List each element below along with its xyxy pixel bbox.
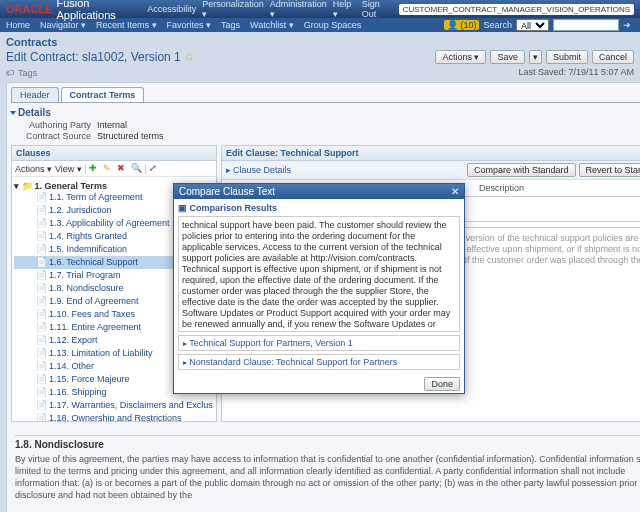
search-input[interactable] [553,19,619,31]
description-label: Description [464,183,524,193]
close-icon[interactable]: ✕ [451,186,459,197]
zoom-icon[interactable]: 🔍 [131,163,142,174]
revert-standard-button[interactable]: Revert to Standard [579,163,640,177]
top-links: Accessibility Personalization ▾ Administ… [147,0,634,19]
tab-contract-terms[interactable]: Contract Terms [61,87,145,102]
comparison-results-label: Comparison Results [190,203,278,213]
search-label: Search [483,20,512,30]
actions-menu[interactable]: Actions ▾ [435,50,486,64]
link-personalization[interactable]: Personalization ▾ [202,0,264,19]
chevron-down-icon[interactable] [10,111,16,115]
nav-groups[interactable]: Group Spaces [304,20,362,30]
main-panel: Header Contract Terms Details Authoring … [6,82,640,512]
done-button[interactable]: Done [424,377,460,391]
nav-favorites[interactable]: Favorites ▾ [167,20,212,30]
tree-node[interactable]: 📄1.17. Warranties, Disclaimers and Exclu… [14,399,214,412]
dialog-title: Compare Clause Text [179,186,275,197]
link-administration[interactable]: Administration ▾ [270,0,327,19]
expand-version1[interactable]: Technical Support for Partners, Version … [178,335,460,351]
brand-fusion: Fusion Applications [56,0,147,21]
delete-icon[interactable]: ✖ [117,163,128,174]
cancel-button[interactable]: Cancel [592,50,634,64]
clause-details-label: Clause Details [233,165,291,175]
link-signout[interactable]: Sign Out [362,0,393,19]
favorite-star-icon[interactable]: ☆ [184,50,195,64]
link-accessibility[interactable]: Accessibility [147,4,196,14]
clauses-view-menu[interactable]: View ▾ [55,164,82,174]
save-split-button[interactable]: ▾ [529,50,542,64]
nav-tags[interactable]: Tags [221,20,240,30]
tags-link[interactable]: 🏷 Tags [6,68,37,78]
nav-navigator[interactable]: Navigator ▾ [40,20,86,30]
page-title: Edit Contract: sla1002, Version 1 ☆ [6,50,195,64]
expand-nonstandard[interactable]: Nonstandard Clause: Technical Support fo… [178,354,460,370]
add-icon[interactable]: ✚ [89,163,100,174]
global-header: ORACLE Fusion Applications Accessibility… [0,0,640,18]
search-go-icon[interactable]: ➜ [623,20,634,31]
tab-header[interactable]: Header [11,87,59,102]
edit-icon[interactable]: ✎ [103,163,114,174]
submit-button[interactable]: Submit [546,50,588,64]
breadcrumb: Contracts [6,36,634,48]
compare-clause-dialog: Compare Clause Text✕ ▣ Comparison Result… [173,183,465,394]
authoring-party-label: Authoring Party [11,120,91,130]
nav-watchlist[interactable]: Watchlist ▾ [250,20,294,30]
link-help[interactable]: Help ▾ [333,0,356,19]
brand-oracle: ORACLE [6,3,52,15]
nondisclosure-body: By virtue of this agreement, the parties… [15,453,640,501]
comparison-text[interactable]: technical support have been paid. The cu… [178,216,460,332]
nav-home[interactable]: Home [6,20,30,30]
user-badge[interactable]: 👤 (10) [444,20,480,30]
compare-standard-button[interactable]: Compare with Standard [467,163,576,177]
clauses-title: Clauses [16,148,51,158]
clauses-actions-menu[interactable]: Actions ▾ [15,164,52,174]
authoring-party-value: Internal [97,120,127,130]
nav-recent[interactable]: Recent Items ▾ [96,20,157,30]
edit-clause-title: Edit Clause: Technical Support [226,148,358,158]
user-role: CUSTOMER_CONTRACT_MANAGER_VISION_OPERATI… [399,4,634,15]
tree-node[interactable]: 📄1.18. Ownership and Restrictions [14,412,214,421]
nondisclosure-heading: 1.8. Nondisclosure [15,439,640,451]
last-saved: Last Saved: 7/19/11 5:07 AM [518,67,634,77]
description-textarea[interactable] [464,196,640,222]
contract-source-value: Structured terms [97,131,164,141]
expand-icon[interactable]: ⤢ [149,163,160,174]
details-section: Details Authoring PartyInternal Contract… [11,107,640,141]
nav-bar: Home Navigator ▾ Recent Items ▾ Favorite… [0,18,640,32]
save-button[interactable]: Save [490,50,525,64]
nondisclosure-section: 1.8. Nondisclosure By virtue of this agr… [11,428,640,505]
search-scope[interactable]: All [516,19,549,31]
contract-source-label: Contract Source [11,131,91,141]
